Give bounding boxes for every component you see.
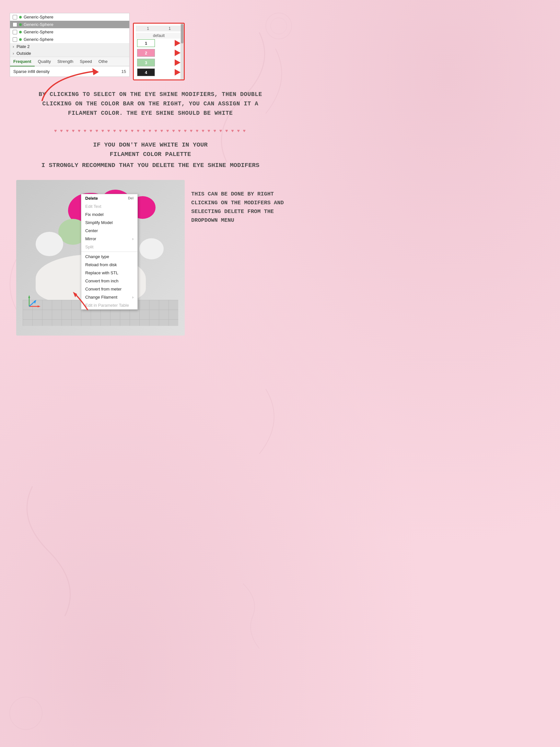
instruction-line3: I strongly recommend that you delete the…: [29, 161, 272, 170]
filament-row-3[interactable]: 3: [136, 58, 182, 67]
tab-strength[interactable]: Strength: [54, 57, 77, 67]
tabs-row: Frequent Quality Strength Speed Othe: [10, 57, 129, 67]
tab-frequent[interactable]: Frequent: [10, 57, 35, 67]
context-menu-edit-text: Edit Text: [81, 202, 137, 210]
model-blob: [139, 238, 164, 259]
tab-speed[interactable]: Speed: [77, 57, 95, 67]
object-list: Generic-Sphere Generic-Sphere Generic-Sp…: [10, 13, 129, 57]
tab-quality[interactable]: Quality: [35, 57, 54, 67]
axis-indicator: [26, 293, 42, 310]
scrollbar-thumb[interactable]: [181, 24, 183, 44]
filament-default-label: default: [136, 33, 182, 38]
doc-icon: [12, 30, 17, 34]
status-dot: [19, 23, 22, 26]
list-item[interactable]: Generic-Sphere: [10, 36, 129, 43]
list-item[interactable]: Generic-Sphere: [10, 21, 129, 28]
list-item[interactable]: Generic-Sphere: [10, 28, 129, 36]
plate-item[interactable]: › Plate 2: [10, 43, 129, 50]
filament-header: 1 1: [136, 26, 182, 31]
filament-row-1[interactable]: 1: [136, 38, 182, 48]
hearts-divider: ♥ ♥ ♥ ♥ ♥ ♥ ♥ ♥ ♥ ♥ ♥ ♥ ♥ ♥ ♥ ♥ ♥ ♥ ♥ ♥ …: [16, 128, 285, 133]
outside-item[interactable]: › Outside: [10, 50, 129, 57]
tab-other[interactable]: Othe: [95, 57, 111, 67]
object-label: Generic-Sphere: [24, 22, 53, 27]
svg-point-2: [10, 697, 42, 729]
status-dot: [19, 31, 22, 33]
status-dot: [19, 38, 22, 41]
filament-arrow-2: [175, 50, 181, 56]
doc-icon: [12, 15, 17, 20]
context-menu-delete[interactable]: Delete Del: [81, 194, 137, 202]
context-menu-sep: [81, 252, 137, 252]
filament-arrow-1: [175, 40, 181, 46]
instruction-block-2: If you don't have white in your filament…: [10, 137, 291, 174]
instruction-text-1: By clicking to select on the eye shine m…: [29, 90, 272, 118]
doc-icon: [12, 37, 17, 42]
context-menu-change-type[interactable]: Change type: [81, 253, 137, 261]
svg-marker-5: [28, 295, 30, 298]
object-label: Generic-Sphere: [24, 29, 53, 34]
status-dot: [19, 16, 22, 19]
object-label: Generic-Sphere: [24, 37, 53, 42]
model-blob: [36, 232, 63, 256]
filament-popup: 1 1 default 1 2 3: [133, 23, 185, 80]
filament-arrow-3: [175, 59, 181, 66]
filament-row-4[interactable]: 4: [136, 68, 182, 77]
context-menu-replace-stl[interactable]: Replace with STL: [81, 269, 137, 277]
filament-color-4[interactable]: 4: [137, 69, 155, 76]
context-menu-arrow: [61, 284, 101, 316]
instruction-block-1: By clicking to select on the eye shine m…: [10, 83, 291, 124]
ui-panel: Generic-Sphere Generic-Sphere Generic-Sp…: [10, 13, 130, 77]
sparse-infill-value: 15: [122, 69, 126, 74]
svg-marker-10: [73, 292, 77, 297]
context-menu-simplify[interactable]: Simplify Model: [81, 218, 137, 227]
doc-icon: [12, 22, 17, 27]
filament-row-2[interactable]: 2: [136, 48, 182, 57]
context-menu-fix-model[interactable]: Fix model: [81, 210, 137, 218]
svg-marker-9: [34, 300, 36, 304]
right-text-block: This can be done by right clicking on th…: [191, 180, 285, 225]
sparse-infill-label: Sparse infill density: [13, 69, 50, 74]
filament-color-3[interactable]: 3: [137, 59, 155, 67]
model-section: Delete Del Edit Text Fix model Simplify …: [10, 180, 291, 336]
model-viewport: Delete Del Edit Text Fix model Simplify …: [16, 180, 185, 336]
context-menu-center[interactable]: Center: [81, 227, 137, 235]
instruction-line1: If you don't have white in your: [29, 140, 272, 150]
filament-color-1[interactable]: 1: [137, 39, 155, 47]
scrollbar[interactable]: [181, 24, 184, 79]
context-menu-split: Split: [81, 243, 137, 251]
right-text: This can be done by right clicking on th…: [191, 190, 285, 225]
filament-color-2[interactable]: 2: [137, 49, 155, 57]
context-menu-reload[interactable]: Reload from disk: [81, 261, 137, 269]
filament-arrow-4: [175, 69, 181, 76]
object-label: Generic-Sphere: [24, 15, 53, 20]
svg-marker-7: [37, 305, 41, 307]
settings-row: Sparse infill density 15: [10, 67, 129, 77]
context-menu-mirror[interactable]: Mirror: [81, 235, 137, 243]
instruction-line2: filament color palette: [29, 150, 272, 159]
list-item[interactable]: Generic-Sphere: [10, 13, 129, 21]
